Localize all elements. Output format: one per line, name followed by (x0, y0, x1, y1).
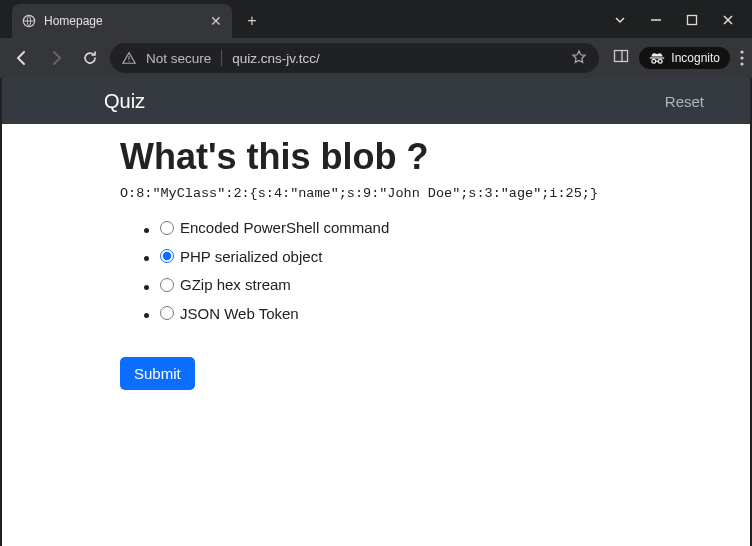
chevron-down-icon[interactable] (614, 14, 626, 26)
not-secure-icon (122, 51, 136, 65)
tab-title: Homepage (44, 14, 202, 28)
svg-point-2 (128, 61, 129, 62)
close-window-icon[interactable] (722, 14, 734, 26)
option-radio-1[interactable] (160, 249, 174, 263)
site-navbar: Quiz Reset (2, 78, 750, 124)
options-list: Encoded PowerShell command PHP serialize… (120, 219, 642, 323)
option-0[interactable]: Encoded PowerShell command (160, 219, 389, 236)
toolbar: Not secure quiz.cns-jv.tcc/ Incognito (0, 38, 752, 78)
kebab-menu-icon[interactable] (740, 50, 744, 66)
svg-rect-3 (615, 51, 628, 62)
option-radio-2[interactable] (160, 278, 174, 292)
window-controls (614, 14, 752, 38)
option-label: JSON Web Token (180, 305, 299, 322)
panel-icon[interactable] (613, 48, 629, 68)
new-tab-button[interactable]: + (238, 7, 266, 35)
separator (221, 50, 222, 66)
incognito-badge[interactable]: Incognito (639, 47, 730, 69)
bookmark-star-icon[interactable] (571, 49, 587, 68)
svg-point-8 (740, 62, 743, 65)
minimize-icon[interactable] (650, 14, 662, 26)
option-2[interactable]: GZip hex stream (160, 276, 291, 293)
question-heading: What's this blob ? (120, 136, 642, 178)
maximize-icon[interactable] (686, 14, 698, 26)
security-label: Not secure (146, 51, 211, 66)
svg-point-5 (659, 59, 663, 63)
list-item: Encoded PowerShell command (160, 219, 642, 238)
option-3[interactable]: JSON Web Token (160, 305, 299, 322)
main-content: What's this blob ? O:8:"MyClass":2:{s:4:… (2, 124, 642, 390)
list-item: PHP serialized object (160, 248, 642, 267)
page-viewport: Quiz Reset What's this blob ? O:8:"MyCla… (2, 78, 750, 546)
option-1[interactable]: PHP serialized object (160, 248, 322, 265)
address-bar[interactable]: Not secure quiz.cns-jv.tcc/ (110, 43, 599, 73)
option-radio-0[interactable] (160, 221, 174, 235)
reset-link[interactable]: Reset (665, 93, 734, 110)
back-button[interactable] (8, 44, 36, 72)
close-tab-icon[interactable]: ✕ (210, 13, 222, 29)
submit-button[interactable]: Submit (120, 357, 195, 390)
list-item: JSON Web Token (160, 305, 642, 324)
option-radio-3[interactable] (160, 306, 174, 320)
browser-tab[interactable]: Homepage ✕ (12, 4, 232, 38)
url-text: quiz.cns-jv.tcc/ (232, 51, 561, 66)
list-item: GZip hex stream (160, 276, 642, 295)
reload-button[interactable] (76, 44, 104, 72)
browser-tab-strip: Homepage ✕ + (0, 0, 752, 38)
svg-point-6 (740, 50, 743, 53)
incognito-label: Incognito (671, 51, 720, 65)
svg-point-7 (740, 56, 743, 59)
svg-rect-1 (688, 16, 697, 25)
code-blob: O:8:"MyClass":2:{s:4:"name";s:9:"John Do… (120, 186, 642, 201)
option-label: PHP serialized object (180, 248, 322, 265)
forward-button[interactable] (42, 44, 70, 72)
brand-link[interactable]: Quiz (18, 90, 145, 113)
svg-point-4 (652, 59, 656, 63)
option-label: GZip hex stream (180, 276, 291, 293)
globe-icon (22, 14, 36, 28)
option-label: Encoded PowerShell command (180, 219, 389, 236)
